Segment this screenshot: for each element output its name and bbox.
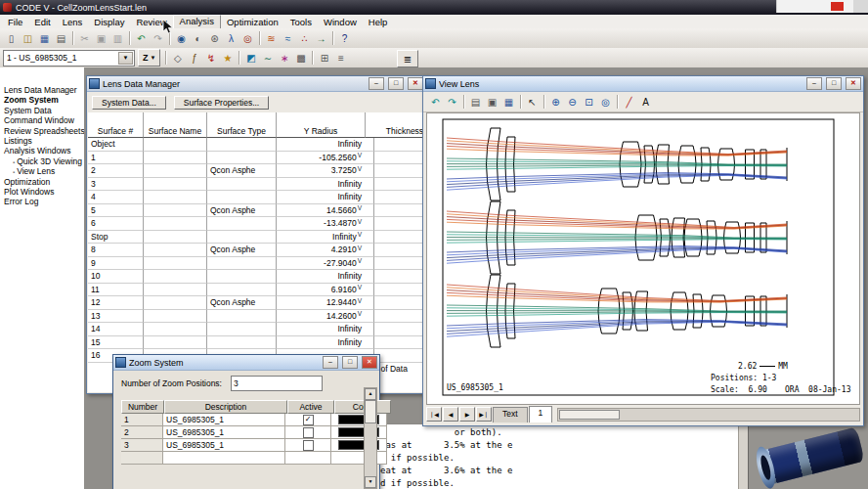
table-row[interactable]: 2Qcon Asphe3.7250V1.7000 [88, 164, 424, 178]
cell-thickness[interactable]: 2.5000 [374, 244, 424, 257]
undo-icon[interactable]: ↶ [133, 30, 150, 46]
zoom-window-icon[interactable]: ⊡ [581, 94, 597, 110]
cell-zoom-number[interactable]: 1 [121, 414, 163, 426]
menu-window[interactable]: Window [318, 16, 363, 28]
zoom-z-button[interactable]: Z▼ [138, 49, 160, 67]
cell-surface-number[interactable]: 1 [88, 152, 144, 165]
lens-data-icon[interactable]: ◉ [173, 30, 190, 46]
tab-text[interactable]: Text [493, 407, 528, 422]
sidebar-item-analysis-windows[interactable]: Analysis Windows [0, 146, 84, 156]
cell-thickness[interactable]: 0.8000 [374, 257, 424, 271]
cell-surface-type[interactable] [207, 231, 277, 244]
cell-y-radius[interactable]: 14.2600V [277, 310, 374, 324]
cell-zoom-active[interactable] [285, 426, 331, 439]
cell-thickness[interactable]: 0.3000 [374, 231, 424, 244]
cell-surface-type[interactable] [207, 323, 277, 336]
cell-surface-number[interactable]: Object [88, 138, 144, 152]
column-header-surface[interactable]: Surface # [88, 112, 144, 138]
cell-y-radius[interactable]: InfinityV [277, 231, 374, 244]
page-last-icon[interactable]: ▶❘ [476, 407, 492, 422]
maximize-button[interactable]: □ [342, 356, 358, 369]
cell-zoom-color[interactable] [331, 414, 387, 426]
cell-surface-type[interactable]: Qcon Asphe [207, 164, 277, 178]
sidebar-item-view-lens[interactable]: ▪View Lens [0, 166, 84, 176]
copy-view-icon[interactable]: ▣ [484, 94, 500, 110]
cell-thickness[interactable]: 1.2000 [374, 323, 424, 336]
table-row[interactable]: 8Qcon Asphe4.2910V2.5000 [88, 244, 424, 257]
undo-view-icon[interactable]: ↶ [427, 94, 444, 110]
table-row[interactable]: 14Infinity1.2000 [88, 323, 424, 336]
print-view-icon[interactable]: ▤ [467, 94, 484, 110]
copy-icon[interactable]: ▣ [93, 30, 109, 46]
table-row[interactable]: 6-13.4870V1.0000 [88, 217, 424, 231]
table-row[interactable]: StopInfinityV0.3000 [88, 231, 424, 244]
zoom-table-row[interactable]: 2US_6985305_1 [121, 426, 391, 439]
new-file-icon[interactable]: ▯ [3, 30, 20, 46]
minimize-button[interactable]: – [323, 356, 338, 369]
cell-surface-type[interactable] [207, 152, 277, 165]
sidebar-item-review-spreadsheets[interactable]: Review Spreadsheets [0, 126, 84, 136]
zoom-table-row[interactable]: 3US_6985305_1 [121, 439, 391, 452]
cell-surface-number[interactable]: 11 [88, 284, 144, 297]
cell-zoom-number[interactable] [121, 452, 163, 465]
chevron-down-icon[interactable]: ▼ [118, 52, 133, 65]
zoom-in-icon[interactable]: ⊕ [547, 94, 564, 110]
text-output-window[interactable]: or both).eas at 3.5% at the ed if possib… [376, 423, 743, 489]
print-icon[interactable]: ▤ [53, 30, 69, 46]
cell-y-radius[interactable]: Infinity [277, 270, 374, 284]
menu-edit[interactable]: Edit [28, 16, 56, 28]
cell-zoom-number[interactable]: 3 [121, 439, 163, 452]
cell-zoom-description[interactable]: US_6985305_1 [163, 414, 285, 426]
help-icon[interactable]: ? [336, 30, 353, 46]
menu-optimization[interactable]: Optimization [221, 16, 284, 28]
table-row[interactable]: ObjectInfinityInfinity [88, 138, 424, 152]
close-button[interactable]: ✕ [846, 77, 861, 90]
checkbox-checked[interactable]: ✓ [303, 415, 314, 425]
menu-analysis[interactable]: Analysis [173, 15, 221, 29]
sidebar-item-quick-3d-viewing[interactable]: ▪Quick 3D Viewing [0, 156, 84, 166]
surface-properties-button[interactable]: Surface Properties... [174, 96, 269, 110]
zoom-fit-icon[interactable]: ◎ [597, 94, 614, 110]
zoom-table-row[interactable] [121, 452, 391, 465]
page-next-icon[interactable]: ▶ [459, 407, 475, 422]
cell-surface-name[interactable] [144, 191, 207, 204]
cell-thickness[interactable]: 0.9000 [374, 284, 424, 297]
cell-surface-number[interactable]: 15 [88, 336, 144, 350]
table-row[interactable]: 12Qcon Asphe12.9440V1.5000 [88, 296, 424, 310]
cell-zoom-description[interactable]: US_6985305_1 [163, 439, 285, 452]
cell-thickness[interactable]: 1.5000 [374, 270, 424, 284]
quick-3d-viewing-panel[interactable] [748, 423, 868, 489]
mtf-icon[interactable]: ≈ [280, 30, 296, 46]
cell-surface-type[interactable] [207, 310, 277, 324]
menu-lens[interactable]: Lens [57, 16, 89, 28]
cell-zoom-number[interactable]: 2 [121, 426, 163, 439]
scrollbar-thumb[interactable] [365, 400, 376, 423]
cell-y-radius[interactable]: -13.4870V [277, 217, 374, 231]
cell-surface-number[interactable]: 12 [88, 296, 144, 310]
macro-icon[interactable]: ≡ [332, 50, 349, 66]
select-pointer-icon[interactable]: ↖ [524, 94, 541, 110]
cell-surface-number[interactable]: 5 [88, 204, 144, 218]
cell-y-radius[interactable]: 14.5660V [277, 204, 374, 218]
view-lens-titlebar[interactable]: View Lens – □ ✕ [423, 76, 863, 92]
spreadsheet-icon[interactable]: ⊞ [316, 50, 332, 66]
sidebar-item-system-data[interactable]: System Data [0, 106, 84, 115]
close-button[interactable]: ✕ [362, 356, 377, 369]
zoom-out-icon[interactable]: ⊖ [564, 94, 581, 110]
table-row[interactable]: 116.9160V0.9000 [88, 284, 424, 297]
cell-y-radius[interactable]: 12.9440V [277, 296, 374, 310]
cell-surface-number[interactable]: 6 [88, 217, 144, 231]
cell-thickness[interactable]: 1.7000 [374, 164, 424, 178]
close-button[interactable]: ✕ [408, 77, 423, 90]
horizontal-scrollbar[interactable] [557, 408, 860, 422]
menu-help[interactable]: Help [363, 16, 394, 28]
cell-surface-name[interactable] [144, 244, 207, 257]
cell-y-radius[interactable]: Infinity [277, 191, 374, 204]
cell-surface-number[interactable]: 4 [88, 191, 144, 204]
cell-thickness[interactable]: 1.8000 [374, 178, 424, 192]
draw-line-icon[interactable]: ╱ [621, 94, 637, 110]
cell-surface-number[interactable]: 10 [88, 270, 144, 284]
cell-surface-type[interactable] [207, 270, 277, 284]
ray-trace-icon[interactable]: → [313, 30, 329, 46]
minimize-button[interactable]: – [806, 77, 822, 90]
